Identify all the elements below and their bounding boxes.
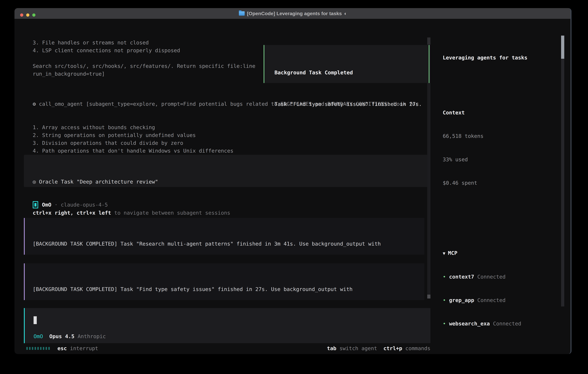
session-title: Leveraging agents for tasks bbox=[443, 54, 563, 62]
gear-icon: ⚙ bbox=[33, 101, 39, 107]
close-button[interactable] bbox=[20, 13, 23, 17]
input-agent-name: OmO bbox=[33, 332, 43, 340]
mcp-item: •grep_appConnected bbox=[443, 296, 563, 304]
input-provider-name: Anthropic bbox=[78, 332, 106, 340]
desktop: [OpenCode] Leveraging agents for tasks ◐… bbox=[0, 0, 588, 374]
notification-body: Task "Find type safety issues" finished … bbox=[274, 100, 429, 108]
agent-name: OmO bbox=[42, 201, 51, 209]
context-section: Context 66,518 tokens 33% used $0.46 spe… bbox=[443, 93, 563, 202]
notification-title: Background Task Completed bbox=[274, 69, 429, 76]
main-scrollbar-thumb[interactable] bbox=[427, 37, 430, 44]
oracle-task-icon: ◎ bbox=[33, 179, 39, 185]
bullet-icon: • bbox=[443, 297, 446, 303]
context-heading: Context bbox=[443, 109, 563, 116]
terminal-content: 3. File handles or streams not closed4. … bbox=[14, 19, 570, 354]
loading-indicator-icon: ◐ bbox=[344, 8, 347, 19]
background-task-message: [BACKGROUND TASK COMPLETED] Task "Find t… bbox=[24, 263, 424, 300]
background-task-message: [BACKGROUND TASK COMPLETED] Task "Resear… bbox=[24, 218, 424, 255]
input-model-name: Opus 4.5 bbox=[49, 332, 74, 340]
chevron-down-icon: ▼ bbox=[443, 251, 445, 256]
titlebar: [OpenCode] Leveraging agents for tasks ◐ bbox=[14, 8, 571, 19]
esc-hint: esc interrupt bbox=[57, 344, 98, 352]
mcp-item: •context7Connected bbox=[443, 273, 563, 281]
terminal-output-top: 3. File handles or streams not closed4. … bbox=[33, 39, 255, 78]
folder-icon bbox=[239, 11, 245, 16]
context-used: 33% used bbox=[443, 156, 563, 163]
status-left: esc interrupt bbox=[24, 344, 98, 352]
status-right: tab switch agent ctrl+p commands bbox=[327, 344, 430, 352]
sidebar-scrollbar-thumb[interactable] bbox=[561, 36, 564, 59]
mcp-item: •websearch_exaConnected bbox=[443, 320, 563, 328]
context-tokens: 66,518 tokens bbox=[443, 132, 563, 140]
window-title-text: [OpenCode] Leveraging agents for tasks bbox=[247, 8, 342, 19]
commands-hint: ctrl+p commands bbox=[377, 344, 430, 352]
sidebar: Leveraging agents for tasks Context 66,5… bbox=[443, 38, 563, 354]
message-line: [BACKGROUND TASK COMPLETED] Task "Resear… bbox=[33, 240, 424, 248]
omo-agent-icon bbox=[33, 201, 38, 208]
oracle-task-box: ◎ Oracle Task "Deep architecture review"… bbox=[24, 155, 430, 187]
bullet-icon: • bbox=[443, 321, 446, 327]
mcp-heading[interactable]: ▼MCP bbox=[443, 249, 563, 257]
main-scrollbar-thumb[interactable] bbox=[427, 295, 430, 299]
sidebar-scrollbar[interactable] bbox=[561, 36, 564, 306]
opencode-window: [OpenCode] Leveraging agents for tasks ◐… bbox=[14, 8, 571, 354]
bullet-icon: • bbox=[443, 274, 446, 280]
status-bar: esc interrupt tab switch agent ctrl+p co… bbox=[24, 344, 430, 352]
subagent-navigation-hint: ctrl+x right, ctrl+x left to navigate be… bbox=[33, 209, 430, 217]
background-task-notification: Background Task Completed Task "Find typ… bbox=[264, 45, 430, 83]
maximize-button[interactable] bbox=[32, 13, 35, 17]
context-spent: $0.46 spent bbox=[443, 179, 563, 187]
window-controls bbox=[20, 13, 35, 17]
activity-dots-icon bbox=[26, 347, 50, 350]
message-line: [BACKGROUND TASK COMPLETED] Task "Find t… bbox=[33, 285, 424, 293]
mcp-section: ▼MCP •context7Connected •grep_appConnect… bbox=[443, 234, 563, 343]
input-meta: OmO Opus 4.5 Anthropic bbox=[33, 332, 106, 340]
window-title: [OpenCode] Leveraging agents for tasks ◐ bbox=[239, 8, 347, 19]
tab-hint: tab switch agent bbox=[327, 344, 377, 352]
agent-model: · claude-opus-4-5 bbox=[51, 201, 108, 209]
message-input[interactable]: OmO Opus 4.5 Anthropic bbox=[24, 308, 430, 343]
text-cursor bbox=[33, 316, 37, 324]
oracle-task-title: ◎ Oracle Task "Deep architecture review" bbox=[33, 178, 430, 186]
agent-header: OmO · claude-opus-4-5 bbox=[33, 201, 108, 209]
minimize-button[interactable] bbox=[26, 13, 29, 17]
